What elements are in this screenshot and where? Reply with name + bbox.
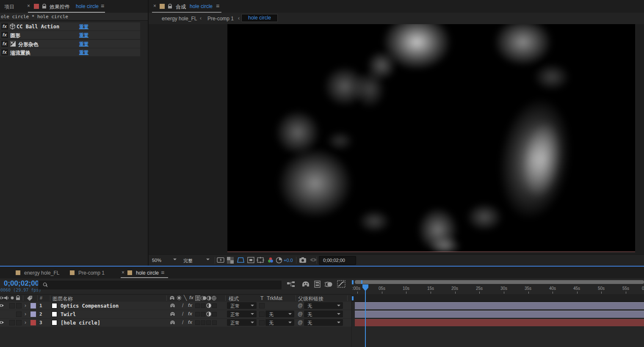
- reset-link[interactable]: 重置: [79, 32, 88, 39]
- tab-effect-controls[interactable]: × 效果控件 hole circle ≡: [25, 0, 108, 13]
- t-well[interactable]: [259, 303, 265, 308]
- search-box[interactable]: [38, 281, 282, 289]
- fx-badge[interactable]: fx: [1, 49, 8, 55]
- 3d-well[interactable]: [212, 320, 217, 325]
- composition-canvas[interactable]: [227, 24, 635, 252]
- reset-link[interactable]: 重置: [79, 24, 88, 30]
- collapse-transformations-icon[interactable]: [177, 295, 182, 300]
- expand-arrow[interactable]: ›: [25, 319, 26, 325]
- channel-button[interactable]: [267, 257, 274, 264]
- fx-toggle[interactable]: fx: [188, 311, 192, 316]
- adjustment-layer-icon[interactable]: [207, 296, 211, 300]
- blend-mode-select[interactable]: 正常: [227, 302, 257, 309]
- parent-pickwhip-icon[interactable]: @: [298, 311, 303, 317]
- adjustment-layer-toggle[interactable]: [206, 303, 211, 308]
- layer-row-3[interactable]: › 3 [hole circle] / fx 正常 无 @ 无: [0, 319, 351, 327]
- panel-menu-icon[interactable]: ≡: [216, 3, 219, 9]
- tab-composition[interactable]: × 合成 hole circle ≡: [152, 0, 222, 13]
- panel-menu-icon[interactable]: ≡: [101, 3, 104, 9]
- 3d-well[interactable]: [212, 303, 217, 308]
- quality-toggle[interactable]: /: [182, 303, 183, 308]
- lock-icon[interactable]: [16, 295, 20, 300]
- layer-name[interactable]: Twirl: [61, 311, 76, 317]
- navigator-playhead-tick[interactable]: [361, 280, 362, 284]
- effect-row-turbulent-displace[interactable]: fx 湍流置换 重置: [0, 48, 140, 56]
- adjustment-well[interactable]: [206, 320, 211, 325]
- time-ruler[interactable]: :00s 05s 10s 15s 20s 25s 30s 35s 40s 45s…: [351, 284, 644, 295]
- quality-toggle[interactable]: /: [182, 311, 183, 317]
- motion-blur-icon[interactable]: [201, 296, 207, 300]
- parent-pickwhip-icon[interactable]: @: [298, 303, 303, 308]
- audio-well[interactable]: [9, 303, 15, 308]
- quality-toggle[interactable]: /: [182, 319, 183, 325]
- parent-pickwhip-icon[interactable]: @: [298, 319, 303, 325]
- reset-link[interactable]: 重置: [79, 41, 88, 47]
- frame-blend-button[interactable]: [314, 281, 321, 288]
- column-trkmat[interactable]: TrkMat: [267, 295, 282, 301]
- breadcrumb-item[interactable]: energy hole_FL: [162, 16, 197, 22]
- label-color-swatch[interactable]: [30, 320, 36, 325]
- preview-timecode-box[interactable]: 0;00;02;00: [319, 256, 356, 265]
- timeline-tab-energy-hole[interactable]: energy hole_FL: [8, 267, 66, 278]
- fx-toggle[interactable]: fx: [188, 319, 192, 325]
- tab-project[interactable]: 项目: [4, 3, 14, 11]
- fx-toggle[interactable]: fx: [188, 303, 192, 308]
- video-eye-icon[interactable]: [0, 320, 4, 325]
- timeline-tab-hole-circle[interactable]: × hole circle ≡: [119, 267, 169, 278]
- controls-ruler-splitter[interactable]: [351, 294, 352, 347]
- breadcrumb-item-active[interactable]: hole circle: [241, 14, 278, 22]
- motion-blur-button[interactable]: [324, 281, 333, 287]
- playhead-line[interactable]: [365, 284, 366, 347]
- shy-toggle[interactable]: [170, 303, 175, 308]
- timeline-navigator-strip[interactable]: [355, 280, 644, 284]
- layer-duration-bar-1[interactable]: [355, 302, 644, 309]
- graph-editor-button[interactable]: [337, 280, 345, 288]
- 3d-well[interactable]: [212, 312, 217, 317]
- layer-row-2[interactable]: › 2 Twirl / fx 正常 无 @ 无: [0, 310, 351, 318]
- audio-well[interactable]: [9, 320, 15, 325]
- layer-name[interactable]: Optics Compensation: [61, 303, 119, 309]
- layer-duration-bar-2[interactable]: [355, 311, 644, 318]
- parent-select[interactable]: 无: [304, 311, 343, 317]
- blend-mode-select[interactable]: 正常: [227, 311, 257, 317]
- guide-options-button[interactable]: [257, 257, 265, 264]
- parent-select[interactable]: 无: [304, 319, 343, 326]
- mask-visibility-button[interactable]: [237, 257, 245, 264]
- solo-well[interactable]: [16, 320, 22, 325]
- solo-icon[interactable]: [11, 296, 14, 300]
- fx-badge[interactable]: fx: [1, 23, 8, 30]
- audio-speaker-icon[interactable]: [4, 295, 9, 300]
- label-color-swatch[interactable]: [30, 303, 36, 308]
- effects-fx-icon[interactable]: fx: [189, 295, 193, 300]
- effect-row-circle[interactable]: fx 圆形 重置: [0, 31, 140, 39]
- trkmat-select[interactable]: 无: [265, 319, 294, 326]
- adjustment-layer-toggle[interactable]: [206, 311, 211, 317]
- frame-blend-icon[interactable]: [195, 295, 200, 301]
- reset-link[interactable]: 重置: [79, 50, 88, 56]
- close-icon[interactable]: ×: [27, 3, 30, 9]
- expand-arrow[interactable]: ›: [25, 311, 26, 317]
- layer-name[interactable]: [hole circle]: [61, 320, 100, 326]
- t-well[interactable]: [259, 311, 265, 317]
- fx-badge[interactable]: fx: [1, 41, 8, 47]
- close-icon[interactable]: ×: [153, 3, 156, 9]
- solo-well[interactable]: [16, 311, 22, 317]
- breadcrumb-item[interactable]: Pre-comp 1: [207, 16, 234, 22]
- effect-row-cc-ball-action[interactable]: fx CC Ball Action 重置: [0, 22, 140, 30]
- timeline-navigator-start-bracket[interactable]: [352, 280, 354, 284]
- parent-select[interactable]: 无: [304, 302, 343, 309]
- quality-icon[interactable]: ╲: [184, 295, 187, 301]
- expand-arrow[interactable]: ›: [25, 303, 26, 308]
- transparency-grid-button[interactable]: [227, 257, 234, 264]
- column-t[interactable]: T: [260, 295, 263, 301]
- frame-blend-well[interactable]: [195, 312, 200, 317]
- region-of-interest-button[interactable]: [247, 257, 254, 264]
- motion-blur-well[interactable]: [201, 303, 205, 308]
- solo-well[interactable]: [16, 303, 22, 308]
- shy-toggle[interactable]: [170, 311, 175, 317]
- exposure-button[interactable]: [276, 257, 282, 264]
- layer-row-1[interactable]: › 1 Optics Compensation / fx 正常 @ 无: [0, 302, 351, 310]
- frame-blend-well[interactable]: [195, 320, 200, 325]
- shy-layers-button[interactable]: [301, 281, 310, 288]
- snapshot-button[interactable]: [299, 257, 307, 263]
